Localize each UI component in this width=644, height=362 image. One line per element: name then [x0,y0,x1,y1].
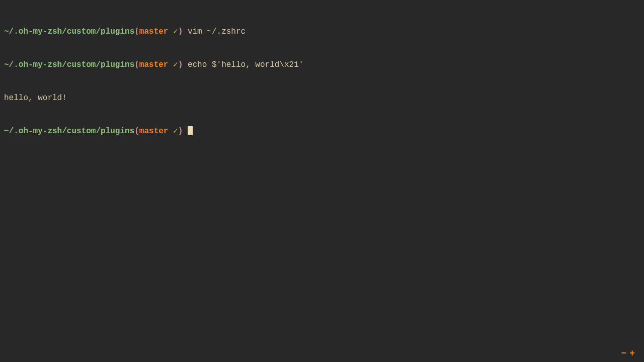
command-text: echo $'hello, world\x21' [183,60,303,69]
command-text: vim ~/.zshrc [183,27,246,36]
prompt-check-icon: ✓ [168,27,178,36]
prompt-path: ~/.oh-my-zsh/custom/plugins [4,127,134,136]
prompt-check-icon: ✓ [168,60,178,69]
prompt-paren-open: ( [134,27,139,36]
prompt-path: ~/.oh-my-zsh/custom/plugins [4,60,134,69]
prompt-paren-open: ( [134,127,139,136]
cursor [188,126,193,135]
terminal-line-3: ~/.oh-my-zsh/custom/plugins(master ✓) [4,126,640,137]
zoom-in-button[interactable]: + [629,348,638,358]
terminal-output-line: hello, world! [4,93,640,104]
prompt-paren-open: ( [134,60,139,69]
terminal-line-2: ~/.oh-my-zsh/custom/plugins(master ✓) ec… [4,59,640,70]
terminal-area[interactable]: ~/.oh-my-zsh/custom/plugins(master ✓) vi… [4,4,640,148]
prompt-paren-close: ) [178,27,183,36]
prompt-branch: master [139,27,169,36]
zoom-controls: −+ [621,348,638,359]
command-text [183,127,188,136]
prompt-check-icon: ✓ [168,127,178,136]
terminal-line-1: ~/.oh-my-zsh/custom/plugins(master ✓) vi… [4,26,640,37]
zoom-out-button[interactable]: − [621,348,629,358]
prompt-branch: master [139,127,169,136]
prompt-paren-close: ) [178,127,183,136]
prompt-paren-close: ) [178,60,183,69]
prompt-path: ~/.oh-my-zsh/custom/plugins [4,27,134,36]
prompt-branch: master [139,60,169,69]
